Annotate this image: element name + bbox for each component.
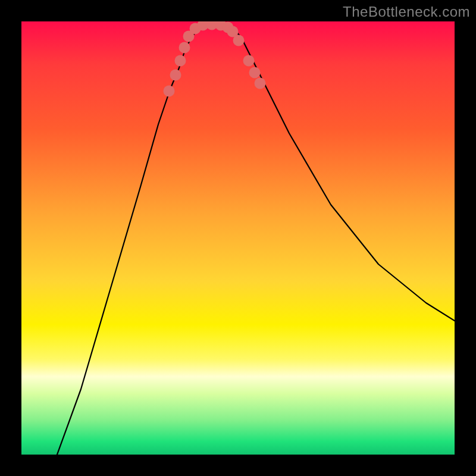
curve-svg [21, 21, 455, 455]
svg-point-13 [249, 67, 261, 79]
svg-point-11 [233, 35, 245, 46]
svg-point-14 [255, 78, 266, 89]
bottleneck-curve [57, 24, 455, 455]
svg-point-2 [175, 55, 186, 67]
watermark-text: TheBottleneck.com [343, 4, 470, 20]
svg-point-3 [179, 42, 190, 54]
svg-point-1 [170, 70, 181, 81]
chart-frame: TheBottleneck.com [0, 0, 476, 476]
highlight-dots [164, 21, 266, 97]
plot-area [21, 21, 455, 455]
svg-point-0 [164, 86, 175, 97]
svg-point-12 [243, 55, 255, 67]
